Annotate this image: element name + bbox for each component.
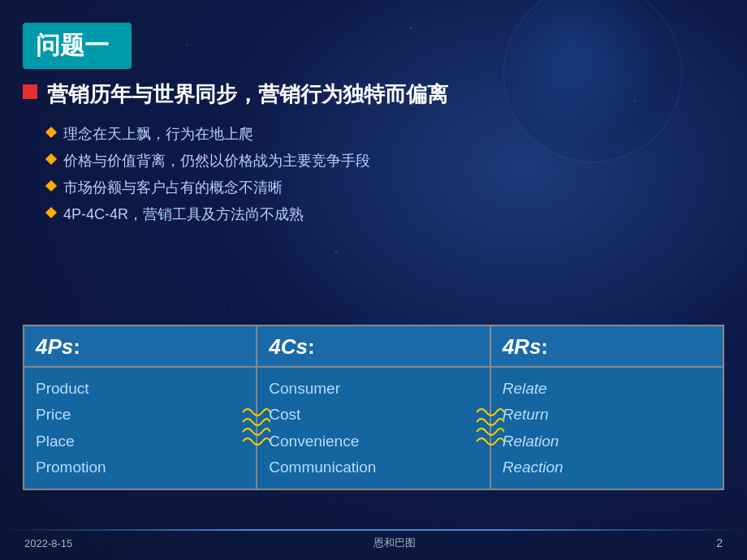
list-item: Communication	[269, 454, 477, 480]
list-item: Return	[503, 402, 711, 428]
bottom-line	[0, 529, 747, 531]
list-item: Place	[36, 429, 244, 454]
list-item: Relation	[503, 429, 711, 454]
main-bullet: 营销历年与世界同步，营销行为独特而偏离	[23, 81, 724, 109]
diamond-icon-1	[45, 127, 57, 138]
slide-title: 问题一	[36, 32, 109, 58]
sub-bullet-1: 理念在天上飘，行为在地上爬	[47, 123, 724, 145]
col-4rs-header-text: 4Rs:	[503, 334, 548, 359]
footer-date: 2022-8-15	[24, 537, 72, 549]
list-item: Relate	[503, 376, 711, 402]
square-bullet-icon	[23, 84, 37, 99]
list-item: Cost	[269, 402, 477, 428]
col-4cs: 4Cs: Consumer Cost Convenience Communica…	[257, 326, 490, 489]
col-4ps: 4Ps: Product Price Place Promotion	[24, 326, 257, 489]
col-4ps-header: 4Ps:	[24, 326, 256, 368]
sub-bullet-text-1: 理念在天上飘，行为在地上爬	[63, 123, 253, 145]
page-number: 2	[716, 536, 723, 549]
footer-company: 恩和巴图	[374, 536, 416, 550]
wavy-decoration-1	[241, 404, 270, 453]
list-item: Promotion	[36, 454, 244, 480]
diamond-icon-4	[45, 207, 57, 218]
col-4rs-header: 4Rs:	[491, 326, 723, 368]
title-box: 问题一	[23, 23, 132, 69]
footer: 2022-8-15 恩和巴图 2	[0, 536, 747, 550]
col-4ps-header-text: 4Ps:	[36, 334, 80, 359]
diamond-icon-3	[45, 180, 57, 192]
col-4rs-body: Relate Return Relation Reaction	[491, 368, 723, 489]
comparison-table: 4Ps: Product Price Place Promotion	[23, 325, 724, 490]
sub-bullet-3: 市场份额与客户占有的概念不清晰	[47, 177, 724, 199]
list-item: Convenience	[269, 429, 477, 454]
list-item: Consumer	[269, 376, 477, 402]
col-4rs: 4Rs: Relate Return Relation Reaction	[491, 326, 723, 489]
col-4ps-body: Product Price Place Promotion	[24, 368, 256, 489]
sub-bullet-2: 价格与价值背离，仍然以价格战为主要竞争手段	[47, 150, 724, 172]
list-item: Price	[36, 402, 244, 428]
wavy-decoration-2	[475, 404, 504, 453]
sub-bullet-text-3: 市场份额与客户占有的概念不清晰	[63, 177, 283, 199]
sub-bullet-text-4: 4P-4C-4R，营销工具及方法尚不成熟	[63, 204, 304, 226]
slide: 问题一 营销历年与世界同步，营销行为独特而偏离 理念在天上飘，行为在地上爬 价格…	[0, 0, 747, 560]
list-item: Product	[36, 376, 244, 402]
diamond-icon-2	[45, 153, 57, 165]
col-4cs-header: 4Cs:	[257, 326, 489, 368]
main-bullet-text: 营销历年与世界同步，营销行为独特而偏离	[47, 81, 448, 109]
sub-bullet-text-2: 价格与价值背离，仍然以价格战为主要竞争手段	[63, 150, 370, 172]
sub-bullets: 理念在天上飘，行为在地上爬 价格与价值背离，仍然以价格战为主要竞争手段 市场份额…	[47, 123, 724, 226]
list-item: Reaction	[503, 454, 711, 480]
sub-bullet-4: 4P-4C-4R，营销工具及方法尚不成熟	[47, 204, 724, 226]
col-4cs-header-text: 4Cs:	[269, 334, 314, 359]
content-area: 营销历年与世界同步，营销行为独特而偏离 理念在天上飘，行为在地上爬 价格与价值背…	[23, 81, 724, 232]
col-4cs-body: Consumer Cost Convenience Communication	[257, 368, 489, 489]
